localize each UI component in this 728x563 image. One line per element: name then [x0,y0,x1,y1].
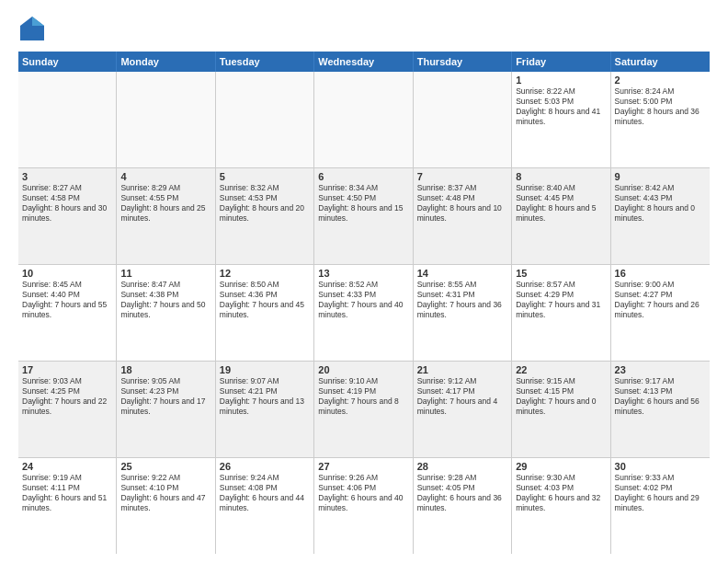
day-number: 27 [318,461,408,472]
day-info: Sunrise: 8:29 AMSunset: 4:55 PMDaylight:… [120,183,210,224]
svg-marker-1 [32,17,44,26]
day-number: 24 [22,461,112,472]
header-day-wednesday: Wednesday [314,52,413,72]
calendar-cell: 18Sunrise: 9:05 AMSunset: 4:23 PMDayligh… [117,362,215,457]
header-day-sunday: Sunday [18,52,117,72]
day-number: 21 [417,364,507,375]
day-number: 26 [220,461,310,472]
calendar-cell: 26Sunrise: 9:24 AMSunset: 4:08 PMDayligh… [216,458,314,554]
calendar-cell: 20Sunrise: 9:10 AMSunset: 4:19 PMDayligh… [314,362,413,457]
day-number: 29 [516,461,606,472]
day-info: Sunrise: 9:30 AMSunset: 4:03 PMDaylight:… [516,473,606,513]
day-info: Sunrise: 8:45 AMSunset: 4:40 PMDaylight:… [22,280,112,320]
day-number: 20 [318,364,408,375]
day-number: 10 [22,268,112,279]
day-info: Sunrise: 8:34 AMSunset: 4:50 PMDaylight:… [318,183,408,224]
calendar-cell: 1Sunrise: 8:22 AMSunset: 5:03 PMDaylight… [512,72,610,167]
day-info: Sunrise: 9:15 AMSunset: 4:15 PMDaylight:… [516,376,606,417]
day-info: Sunrise: 9:28 AMSunset: 4:05 PMDaylight:… [417,473,507,513]
calendar-cell: 5Sunrise: 8:32 AMSunset: 4:53 PMDaylight… [216,168,314,264]
day-info: Sunrise: 9:26 AMSunset: 4:06 PMDaylight:… [318,473,408,513]
day-number: 4 [120,171,210,182]
header-day-thursday: Thursday [414,52,512,72]
day-number: 2 [615,75,706,86]
day-info: Sunrise: 9:22 AMSunset: 4:10 PMDaylight:… [120,473,210,513]
calendar-cell: 7Sunrise: 8:37 AMSunset: 4:48 PMDaylight… [414,168,512,264]
day-number: 18 [120,364,210,375]
day-number: 12 [220,268,310,279]
day-info: Sunrise: 8:32 AMSunset: 4:53 PMDaylight:… [220,183,310,224]
day-number: 30 [615,461,706,472]
day-info: Sunrise: 8:22 AMSunset: 5:03 PMDaylight:… [516,86,606,127]
day-number: 15 [516,268,606,279]
day-info: Sunrise: 8:52 AMSunset: 4:33 PMDaylight:… [318,280,408,320]
calendar-cell: 24Sunrise: 9:19 AMSunset: 4:11 PMDayligh… [18,458,117,554]
calendar-cell [414,72,512,167]
day-info: Sunrise: 9:00 AMSunset: 4:27 PMDaylight:… [615,280,706,320]
day-info: Sunrise: 8:24 AMSunset: 5:00 PMDaylight:… [615,86,706,127]
calendar-cell [314,72,413,167]
calendar-header: SundayMondayTuesdayWednesdayThursdayFrid… [18,52,710,72]
day-number: 14 [417,268,507,279]
calendar-cell: 30Sunrise: 9:33 AMSunset: 4:02 PMDayligh… [611,458,710,554]
day-info: Sunrise: 9:07 AMSunset: 4:21 PMDaylight:… [220,376,310,417]
day-number: 11 [120,268,210,279]
calendar-cell: 2Sunrise: 8:24 AMSunset: 5:00 PMDaylight… [611,72,710,167]
day-number: 19 [220,364,310,375]
calendar-cell: 29Sunrise: 9:30 AMSunset: 4:03 PMDayligh… [512,458,610,554]
day-info: Sunrise: 9:33 AMSunset: 4:02 PMDaylight:… [615,473,706,513]
day-info: Sunrise: 9:24 AMSunset: 4:08 PMDaylight:… [220,473,310,513]
header-day-friday: Friday [512,52,610,72]
calendar-row-4: 24Sunrise: 9:19 AMSunset: 4:11 PMDayligh… [18,458,710,554]
day-info: Sunrise: 8:47 AMSunset: 4:38 PMDaylight:… [120,280,210,320]
calendar-cell: 6Sunrise: 8:34 AMSunset: 4:50 PMDaylight… [314,168,413,264]
header-day-saturday: Saturday [611,52,710,72]
day-info: Sunrise: 8:40 AMSunset: 4:45 PMDaylight:… [516,183,606,224]
day-number: 3 [22,171,112,182]
day-info: Sunrise: 9:10 AMSunset: 4:19 PMDaylight:… [318,376,408,417]
calendar-row-2: 10Sunrise: 8:45 AMSunset: 4:40 PMDayligh… [18,265,710,362]
calendar-cell: 11Sunrise: 8:47 AMSunset: 4:38 PMDayligh… [117,265,215,361]
calendar-body: 1Sunrise: 8:22 AMSunset: 5:03 PMDaylight… [18,72,710,554]
day-number: 5 [220,171,310,182]
calendar-cell: 23Sunrise: 9:17 AMSunset: 4:13 PMDayligh… [611,362,710,457]
day-info: Sunrise: 8:57 AMSunset: 4:29 PMDaylight:… [516,280,606,320]
day-number: 28 [417,461,507,472]
calendar-cell: 4Sunrise: 8:29 AMSunset: 4:55 PMDaylight… [117,168,215,264]
page: SundayMondayTuesdayWednesdayThursdayFrid… [0,0,728,563]
day-number: 6 [318,171,408,182]
calendar-cell: 14Sunrise: 8:55 AMSunset: 4:31 PMDayligh… [414,265,512,361]
calendar-cell: 27Sunrise: 9:26 AMSunset: 4:06 PMDayligh… [314,458,413,554]
calendar-cell: 8Sunrise: 8:40 AMSunset: 4:45 PMDaylight… [512,168,610,264]
header [18,15,710,42]
header-day-monday: Monday [117,52,215,72]
day-info: Sunrise: 9:05 AMSunset: 4:23 PMDaylight:… [120,376,210,417]
calendar-cell: 28Sunrise: 9:28 AMSunset: 4:05 PMDayligh… [414,458,512,554]
calendar-cell: 16Sunrise: 9:00 AMSunset: 4:27 PMDayligh… [611,265,710,361]
day-number: 16 [615,268,706,279]
day-info: Sunrise: 8:37 AMSunset: 4:48 PMDaylight:… [417,183,507,224]
calendar-row-1: 3Sunrise: 8:27 AMSunset: 4:58 PMDaylight… [18,168,710,265]
calendar-cell [117,72,215,167]
calendar-row-0: 1Sunrise: 8:22 AMSunset: 5:03 PMDaylight… [18,72,710,168]
calendar-cell: 22Sunrise: 9:15 AMSunset: 4:15 PMDayligh… [512,362,610,457]
day-info: Sunrise: 8:50 AMSunset: 4:36 PMDaylight:… [220,280,310,320]
header-day-tuesday: Tuesday [216,52,314,72]
logo [18,15,50,42]
calendar-cell: 10Sunrise: 8:45 AMSunset: 4:40 PMDayligh… [18,265,117,361]
day-info: Sunrise: 8:27 AMSunset: 4:58 PMDaylight:… [22,183,112,224]
calendar-cell: 12Sunrise: 8:50 AMSunset: 4:36 PMDayligh… [216,265,314,361]
calendar-cell: 21Sunrise: 9:12 AMSunset: 4:17 PMDayligh… [414,362,512,457]
day-info: Sunrise: 9:12 AMSunset: 4:17 PMDaylight:… [417,376,507,417]
day-info: Sunrise: 9:17 AMSunset: 4:13 PMDaylight:… [615,376,706,417]
day-number: 8 [516,171,606,182]
calendar-row-3: 17Sunrise: 9:03 AMSunset: 4:25 PMDayligh… [18,362,710,458]
calendar-cell: 25Sunrise: 9:22 AMSunset: 4:10 PMDayligh… [117,458,215,554]
calendar: SundayMondayTuesdayWednesdayThursdayFrid… [18,52,710,554]
day-number: 25 [120,461,210,472]
day-info: Sunrise: 9:19 AMSunset: 4:11 PMDaylight:… [22,473,112,513]
calendar-cell: 19Sunrise: 9:07 AMSunset: 4:21 PMDayligh… [216,362,314,457]
day-number: 13 [318,268,408,279]
day-number: 22 [516,364,606,375]
calendar-cell [216,72,314,167]
